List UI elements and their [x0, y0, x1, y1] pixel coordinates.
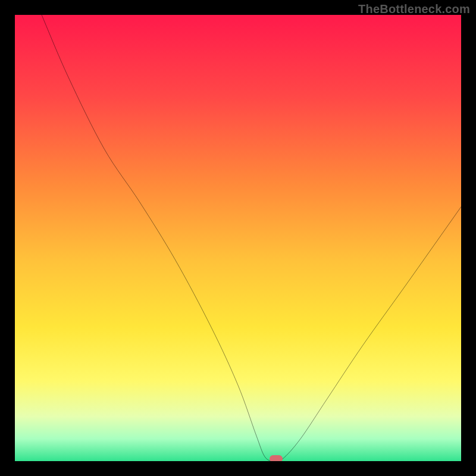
- chart-frame: TheBottleneck.com: [0, 0, 476, 476]
- plot-area: [15, 15, 461, 461]
- optimal-marker: [270, 455, 283, 462]
- watermark-text: TheBottleneck.com: [358, 2, 470, 16]
- bottleneck-curve: [15, 15, 461, 461]
